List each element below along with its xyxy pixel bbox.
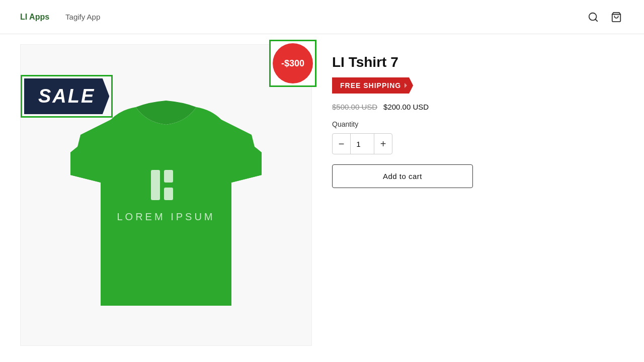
header: LI Apps Tagify App bbox=[0, 0, 644, 34]
quantity-label: Quantity bbox=[332, 120, 624, 128]
svg-rect-4 bbox=[164, 170, 173, 183]
brand-link[interactable]: LI Apps bbox=[20, 13, 49, 22]
svg-rect-3 bbox=[151, 170, 160, 200]
header-actions bbox=[586, 10, 624, 25]
quantity-increase-button[interactable]: + bbox=[374, 134, 392, 154]
free-shipping-text: FREE SHIPPING bbox=[340, 81, 401, 89]
sale-text: SALE bbox=[38, 85, 95, 107]
free-shipping-badge: FREE SHIPPING bbox=[332, 77, 413, 94]
search-icon bbox=[588, 12, 599, 23]
sale-price: $200.00 USD bbox=[383, 103, 429, 111]
search-button[interactable] bbox=[586, 10, 601, 25]
discount-text: -$300 bbox=[281, 58, 304, 69]
cart-icon bbox=[611, 12, 622, 23]
svg-rect-5 bbox=[164, 188, 173, 200]
svg-text:LOREM IPSUM: LOREM IPSUM bbox=[117, 211, 215, 222]
quantity-input[interactable] bbox=[350, 134, 374, 154]
product-info: LI Tshirt 7 FREE SHIPPING $500.00 USD $2… bbox=[332, 44, 624, 346]
product-image-container: SALE bbox=[20, 44, 312, 346]
header-nav: LI Apps Tagify App bbox=[20, 13, 100, 22]
discount-circle: -$300 bbox=[273, 43, 313, 83]
main-content: SALE bbox=[0, 34, 644, 356]
sale-badge-container: SALE bbox=[21, 75, 113, 118]
tagify-app-link[interactable]: Tagify App bbox=[65, 13, 100, 21]
add-to-cart-button[interactable]: Add to cart bbox=[332, 164, 473, 188]
svg-line-1 bbox=[595, 19, 597, 21]
quantity-stepper: − + bbox=[332, 133, 392, 154]
quantity-decrease-button[interactable]: − bbox=[333, 134, 350, 154]
original-price: $500.00 USD bbox=[332, 103, 377, 111]
price-row: $500.00 USD $200.00 USD bbox=[332, 103, 624, 111]
sale-badge: SALE bbox=[24, 78, 109, 114]
discount-badge-container: -$300 bbox=[269, 40, 316, 87]
product-title: LI Tshirt 7 bbox=[332, 54, 624, 70]
cart-button[interactable] bbox=[609, 10, 624, 25]
